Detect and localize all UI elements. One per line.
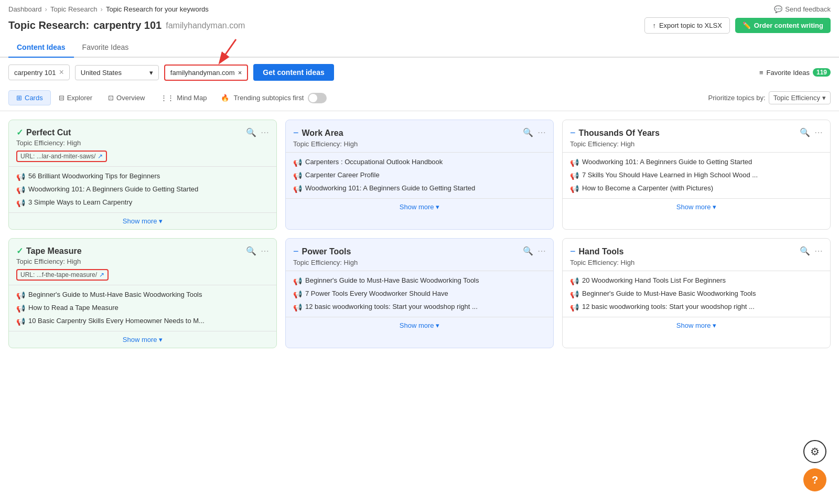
search-icon[interactable]: 🔍: [800, 246, 810, 256]
card-url[interactable]: URL: ...f-the-tape-measure/ ↗: [16, 269, 109, 281]
megaphone-icon: 📢: [570, 158, 579, 167]
search-icon[interactable]: 🔍: [800, 127, 810, 137]
show-more-button[interactable]: Show more ▾: [9, 212, 276, 229]
card-item: 📢 10 Basic Carpentry Skills Every Homeow…: [16, 317, 269, 326]
card-header: ✓ Tape Measure Topic Efficiency: High UR…: [9, 239, 276, 285]
feedback-icon: 💬: [774, 5, 782, 13]
card-item: 📢 Beginner's Guide to Must-Have Basic Wo…: [16, 291, 269, 299]
explorer-icon: ⊟: [59, 94, 64, 102]
megaphone-icon: 📢: [16, 317, 25, 326]
prioritize-select[interactable]: Topic Efficiency ▾: [769, 91, 831, 104]
breadcrumb-topic-research[interactable]: Topic Research: [50, 5, 98, 13]
cards-grid: ✓ Perfect Cut Topic Efficiency: High URL…: [0, 111, 839, 357]
more-icon[interactable]: ⋯: [261, 246, 269, 256]
domain-label: familyhandyman.com: [166, 21, 245, 30]
more-icon[interactable]: ⋯: [814, 127, 823, 137]
favorite-ideas-button[interactable]: ≡ Favorite Ideas 119: [759, 68, 831, 77]
tab-favorite-ideas[interactable]: Favorite Ideas: [74, 38, 137, 58]
view-mindmap-button[interactable]: ⋮⋮ Mind Map: [153, 90, 214, 105]
card-header: − Hand Tools Topic Efficiency: High 🔍 ⋯: [563, 239, 830, 271]
minus-icon: −: [293, 246, 299, 257]
external-link-icon: ↗: [99, 271, 104, 278]
fire-icon: 🔥: [221, 94, 229, 102]
card-0: ✓ Perfect Cut Topic Efficiency: High URL…: [8, 120, 277, 230]
card-title: ✓ Perfect Cut: [16, 127, 107, 137]
prioritize-area: Prioritize topics by: Topic Efficiency ▾: [708, 91, 831, 104]
card-efficiency: Topic Efficiency: High: [570, 140, 660, 148]
card-items: 📢 20 Woodworking Hand Tools List For Beg…: [563, 271, 830, 317]
megaphone-icon: 📢: [16, 304, 25, 313]
view-overview-button[interactable]: ⊡ Overview: [100, 90, 153, 105]
megaphone-icon: 📢: [570, 303, 579, 312]
domain-chip[interactable]: familyhandyman.com ×: [164, 65, 248, 81]
megaphone-icon: 📢: [16, 199, 25, 207]
more-icon[interactable]: ⋯: [261, 127, 269, 137]
card-item: 📢 3 Simple Ways to Learn Carpentry: [16, 198, 269, 207]
card-item: 📢 How to Read a Tape Measure: [16, 304, 269, 313]
keyword-label: carpentry 101: [93, 19, 162, 31]
trending-label: Trending subtopics first: [233, 94, 304, 102]
chevron-down-icon: ▾: [822, 94, 826, 102]
card-title: − Work Area: [293, 127, 358, 138]
megaphone-icon: 📢: [293, 158, 302, 167]
card-header: − Power Tools Topic Efficiency: High 🔍 ⋯: [286, 239, 553, 271]
trending-toggle-switch[interactable]: [308, 93, 327, 103]
card-actions: 🔍 ⋯: [800, 246, 823, 256]
search-icon[interactable]: 🔍: [523, 246, 533, 256]
check-icon: ✓: [16, 127, 23, 137]
minus-icon: −: [293, 127, 299, 138]
domain-clear-icon[interactable]: ×: [238, 69, 242, 77]
card-item: 📢 Woodworking 101: A Beginners Guide to …: [16, 185, 269, 194]
keyword-clear-icon[interactable]: ×: [59, 68, 64, 77]
show-more-button[interactable]: Show more ▾: [286, 198, 553, 215]
view-bar: ⊞ Cards ⊟ Explorer ⊡ Overview ⋮⋮ Mind Ma…: [0, 87, 839, 111]
breadcrumb: Dashboard › Topic Research › Topic Resea…: [0, 0, 839, 15]
view-cards-button[interactable]: ⊞ Cards: [8, 90, 51, 105]
show-more-button[interactable]: Show more ▾: [286, 317, 553, 334]
page-title: Topic Research: carpentry 101 familyhand…: [8, 19, 245, 31]
card-url[interactable]: URL: ...lar-and-miter-saws/ ↗: [16, 151, 107, 162]
check-icon: ✓: [16, 246, 23, 256]
chevron-down-icon: ▾: [149, 69, 153, 77]
show-more-button[interactable]: Show more ▾: [563, 317, 830, 334]
export-button[interactable]: ↑ Export topic to XLSX: [644, 17, 729, 34]
megaphone-icon: 📢: [570, 277, 579, 285]
card-item: 📢 Carpenter Career Profile: [293, 171, 546, 180]
card-items: 📢 56 Brilliant Woodworking Tips for Begi…: [9, 167, 276, 212]
card-actions: 🔍 ⋯: [523, 246, 546, 256]
view-explorer-button[interactable]: ⊟ Explorer: [51, 90, 100, 105]
search-icon[interactable]: 🔍: [246, 246, 256, 256]
order-button[interactable]: ✏️ Order content writing: [735, 18, 831, 33]
show-more-button[interactable]: Show more ▾: [9, 331, 276, 348]
card-header: − Work Area Topic Efficiency: High 🔍 ⋯: [286, 120, 553, 152]
card-title: − Hand Tools: [570, 246, 634, 257]
card-items: 📢 Carpenters : Occupational Outlook Hand…: [286, 153, 553, 198]
megaphone-icon: 📢: [16, 291, 25, 299]
card-item: 📢 12 basic woodworking tools: Start your…: [570, 303, 823, 312]
card-header: − Thousands Of Years Topic Efficiency: H…: [563, 120, 830, 152]
country-select[interactable]: United States ▾: [75, 65, 159, 80]
get-content-ideas-button[interactable]: Get content ideas: [253, 64, 334, 81]
more-icon[interactable]: ⋯: [814, 246, 823, 256]
search-icon[interactable]: 🔍: [246, 127, 256, 137]
send-feedback-link[interactable]: 💬 Send feedback: [774, 5, 831, 13]
card-actions: 🔍 ⋯: [246, 127, 269, 137]
card-3: ✓ Tape Measure Topic Efficiency: High UR…: [8, 238, 277, 348]
top-bar: Topic Research: carpentry 101 familyhand…: [0, 15, 839, 38]
more-icon[interactable]: ⋯: [537, 127, 546, 137]
search-icon[interactable]: 🔍: [523, 127, 533, 137]
keyword-chip[interactable]: carpentry 101 ×: [8, 65, 70, 80]
top-actions: ↑ Export topic to XLSX ✏️ Order content …: [644, 17, 831, 34]
card-item: 📢 7 Skills You Should Have Learned in Hi…: [570, 171, 823, 180]
megaphone-icon: 📢: [293, 171, 302, 180]
minus-icon: −: [570, 246, 576, 257]
minus-icon: −: [570, 127, 576, 138]
megaphone-icon: 📢: [570, 290, 579, 298]
show-more-button[interactable]: Show more ▾: [563, 198, 830, 215]
breadcrumb-dashboard[interactable]: Dashboard: [8, 5, 42, 13]
card-actions: 🔍 ⋯: [800, 127, 823, 137]
edit-icon: ✏️: [743, 22, 751, 29]
megaphone-icon: 📢: [570, 171, 579, 180]
tab-content-ideas[interactable]: Content Ideas: [8, 38, 74, 58]
more-icon[interactable]: ⋯: [537, 246, 546, 256]
